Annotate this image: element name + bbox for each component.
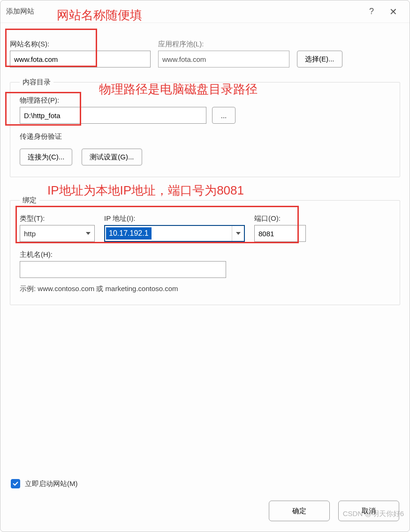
check-icon — [12, 480, 19, 487]
browse-button[interactable]: ... — [212, 107, 235, 124]
binding-legend: 绑定 — [20, 196, 39, 205]
cancel-button[interactable]: 取消 — [338, 501, 399, 521]
app-pool-value: www.fota.com — [158, 51, 289, 67]
titlebar: 添加网站 ? ✕ — [0, 0, 410, 23]
phys-path-label: 物理路径(P): — [20, 96, 235, 105]
host-label: 主机名(H): — [20, 250, 226, 259]
binding-group: 绑定 类型(T): http IP 地址(I): 10.17.192.1 — [10, 196, 400, 305]
content-dir-legend: 内容目录 — [20, 78, 53, 87]
port-input[interactable] — [254, 225, 306, 242]
select-pool-button[interactable]: 选择(E)... — [297, 51, 342, 67]
host-example: 示例: www.contoso.com 或 marketing.contoso.… — [20, 285, 390, 293]
content-area: 网站名称(S): 应用程序池(L): www.fota.com 选择(E)...… — [0, 23, 410, 532]
help-button[interactable]: ? — [361, 1, 382, 22]
help-icon: ? — [369, 7, 374, 16]
start-site-checkbox[interactable] — [11, 479, 20, 488]
close-button[interactable]: ✕ — [382, 1, 404, 22]
content-dir-group: 内容目录 物理路径(P): ... 传递身份验证 连接为(C)... 测试设置(… — [10, 78, 400, 177]
app-pool-label: 应用程序池(L): — [158, 40, 289, 49]
host-input[interactable] — [20, 261, 226, 278]
close-icon: ✕ — [389, 6, 397, 17]
dialog-window: 添加网站 ? ✕ 网站名称(S): 应用程序池(L): www.fota.com… — [0, 0, 410, 532]
port-label: 端口(O): — [254, 214, 306, 223]
phys-path-input[interactable] — [20, 107, 206, 124]
dialog-footer: 确定 取消 — [269, 501, 399, 521]
site-name-label: 网站名称(S): — [10, 40, 151, 49]
start-site-row: 立即启动网站(M) — [11, 479, 78, 488]
type-select[interactable]: http — [20, 225, 95, 242]
window-title: 添加网站 — [6, 7, 34, 16]
ip-value: 10.17.192.1 — [106, 227, 152, 240]
passthrough-label: 传递身份验证 — [20, 132, 390, 141]
ip-select[interactable]: 10.17.192.1 — [104, 225, 245, 242]
ok-button[interactable]: 确定 — [269, 501, 330, 521]
chevron-down-icon — [86, 232, 91, 235]
start-site-label: 立即启动网站(M) — [25, 480, 78, 488]
ip-chevron-button[interactable] — [232, 226, 244, 241]
type-label: 类型(T): — [20, 214, 95, 223]
connect-as-button[interactable]: 连接为(C)... — [20, 149, 72, 165]
test-settings-button[interactable]: 测试设置(G)... — [82, 149, 142, 165]
ip-label: IP 地址(I): — [104, 214, 245, 223]
chevron-down-icon — [236, 232, 241, 235]
type-value: http — [24, 230, 36, 238]
site-name-input[interactable] — [10, 51, 151, 67]
